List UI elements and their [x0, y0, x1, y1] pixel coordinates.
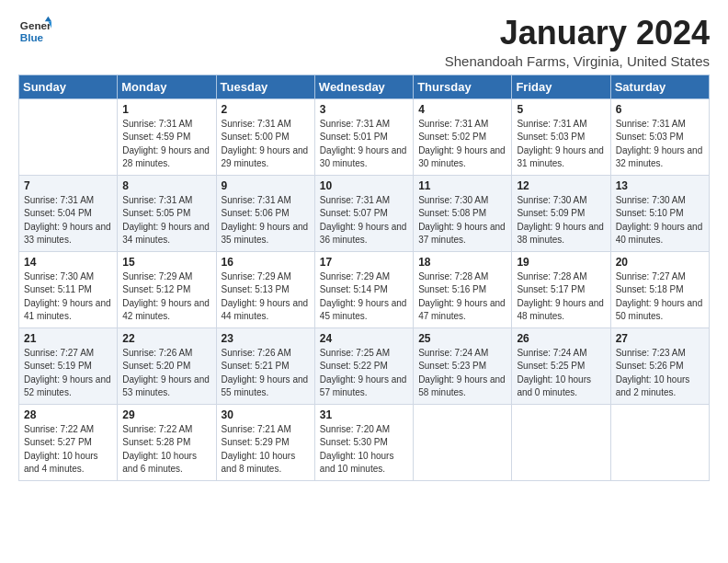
- calendar-cell: 9Sunrise: 7:31 AMSunset: 5:06 PMDaylight…: [216, 175, 314, 251]
- day-info: Sunrise: 7:31 AMSunset: 4:59 PMDaylight:…: [122, 118, 210, 171]
- svg-text:Blue: Blue: [20, 31, 44, 43]
- calendar-cell: 10Sunrise: 7:31 AMSunset: 5:07 PMDayligh…: [314, 175, 413, 251]
- day-info: Sunrise: 7:31 AMSunset: 5:03 PMDaylight:…: [616, 118, 704, 171]
- day-number: 10: [320, 179, 408, 192]
- day-info: Sunrise: 7:28 AMSunset: 5:17 PMDaylight:…: [517, 270, 605, 324]
- day-number: 18: [418, 256, 506, 269]
- day-info: Sunrise: 7:31 AMSunset: 5:03 PMDaylight:…: [517, 118, 605, 171]
- day-number: 25: [418, 332, 506, 345]
- day-info: Sunrise: 7:23 AMSunset: 5:26 PMDaylight:…: [616, 347, 704, 400]
- day-number: 14: [24, 256, 112, 269]
- day-number: 16: [222, 256, 310, 269]
- calendar-cell: 25Sunrise: 7:24 AMSunset: 5:23 PMDayligh…: [414, 327, 512, 404]
- day-info: Sunrise: 7:31 AMSunset: 5:04 PMDaylight:…: [24, 194, 112, 247]
- calendar-cell: 11Sunrise: 7:30 AMSunset: 5:08 PMDayligh…: [414, 175, 512, 251]
- day-number: 22: [122, 332, 210, 345]
- day-number: 27: [616, 332, 704, 345]
- day-info: Sunrise: 7:30 AMSunset: 5:11 PMDaylight:…: [24, 270, 112, 324]
- day-number: 8: [122, 179, 210, 192]
- day-info: Sunrise: 7:29 AMSunset: 5:13 PMDaylight:…: [222, 270, 310, 324]
- day-number: 3: [320, 103, 408, 116]
- day-info: Sunrise: 7:21 AMSunset: 5:29 PMDaylight:…: [222, 423, 310, 477]
- calendar-week-3: 14Sunrise: 7:30 AMSunset: 5:11 PMDayligh…: [19, 251, 710, 327]
- calendar-cell: 30Sunrise: 7:21 AMSunset: 5:29 PMDayligh…: [216, 404, 314, 480]
- month-title: January 2024: [445, 15, 710, 52]
- calendar-cell: 27Sunrise: 7:23 AMSunset: 5:26 PMDayligh…: [610, 327, 709, 404]
- day-info: Sunrise: 7:26 AMSunset: 5:21 PMDaylight:…: [222, 347, 310, 400]
- calendar-cell: 22Sunrise: 7:26 AMSunset: 5:20 PMDayligh…: [118, 327, 216, 404]
- day-info: Sunrise: 7:29 AMSunset: 5:14 PMDaylight:…: [320, 270, 408, 324]
- calendar-cell: 14Sunrise: 7:30 AMSunset: 5:11 PMDayligh…: [19, 251, 118, 327]
- header-friday: Friday: [512, 75, 610, 98]
- header-monday: Monday: [118, 75, 216, 98]
- header-saturday: Saturday: [610, 75, 709, 98]
- day-info: Sunrise: 7:28 AMSunset: 5:16 PMDaylight:…: [418, 270, 506, 324]
- day-number: 9: [222, 179, 310, 192]
- day-info: Sunrise: 7:30 AMSunset: 5:09 PMDaylight:…: [517, 194, 605, 247]
- day-number: 2: [222, 103, 310, 116]
- day-number: 4: [418, 103, 506, 116]
- calendar-cell: 12Sunrise: 7:30 AMSunset: 5:09 PMDayligh…: [512, 175, 610, 251]
- header: General Blue January 2024 Shenandoah Far…: [18, 15, 710, 69]
- day-number: 23: [222, 332, 310, 345]
- calendar-cell: 31Sunrise: 7:20 AMSunset: 5:30 PMDayligh…: [314, 404, 413, 480]
- day-info: Sunrise: 7:31 AMSunset: 5:01 PMDaylight:…: [320, 118, 408, 171]
- day-info: Sunrise: 7:25 AMSunset: 5:22 PMDaylight:…: [320, 347, 408, 400]
- calendar-cell: 2Sunrise: 7:31 AMSunset: 5:00 PMDaylight…: [216, 98, 314, 175]
- calendar-cell: [610, 404, 709, 480]
- calendar-cell: 6Sunrise: 7:31 AMSunset: 5:03 PMDaylight…: [610, 98, 709, 175]
- calendar-cell: 28Sunrise: 7:22 AMSunset: 5:27 PMDayligh…: [19, 404, 118, 480]
- calendar-table: Sunday Monday Tuesday Wednesday Thursday…: [18, 75, 710, 481]
- calendar-cell: 20Sunrise: 7:27 AMSunset: 5:18 PMDayligh…: [610, 251, 709, 327]
- day-number: 13: [616, 179, 704, 192]
- day-number: 21: [24, 332, 112, 345]
- calendar-cell: 7Sunrise: 7:31 AMSunset: 5:04 PMDaylight…: [19, 175, 118, 251]
- header-tuesday: Tuesday: [216, 75, 314, 98]
- day-number: 1: [122, 103, 210, 116]
- calendar-cell: 5Sunrise: 7:31 AMSunset: 5:03 PMDaylight…: [512, 98, 610, 175]
- day-number: 31: [320, 408, 408, 421]
- day-info: Sunrise: 7:31 AMSunset: 5:00 PMDaylight:…: [222, 118, 310, 171]
- day-number: 28: [24, 408, 112, 421]
- calendar-cell: 24Sunrise: 7:25 AMSunset: 5:22 PMDayligh…: [314, 327, 413, 404]
- day-info: Sunrise: 7:27 AMSunset: 5:19 PMDaylight:…: [24, 347, 112, 400]
- calendar-cell: [414, 404, 512, 480]
- calendar-cell: 8Sunrise: 7:31 AMSunset: 5:05 PMDaylight…: [118, 175, 216, 251]
- day-info: Sunrise: 7:26 AMSunset: 5:20 PMDaylight:…: [122, 347, 210, 400]
- day-number: 6: [616, 103, 704, 116]
- calendar-cell: 23Sunrise: 7:26 AMSunset: 5:21 PMDayligh…: [216, 327, 314, 404]
- day-number: 24: [320, 332, 408, 345]
- calendar-cell: 17Sunrise: 7:29 AMSunset: 5:14 PMDayligh…: [314, 251, 413, 327]
- title-block: January 2024 Shenandoah Farms, Virginia,…: [445, 15, 710, 69]
- day-info: Sunrise: 7:22 AMSunset: 5:28 PMDaylight:…: [122, 423, 210, 477]
- day-info: Sunrise: 7:20 AMSunset: 5:30 PMDaylight:…: [320, 423, 408, 477]
- day-number: 29: [122, 408, 210, 421]
- calendar-week-1: 1Sunrise: 7:31 AMSunset: 4:59 PMDaylight…: [19, 98, 710, 175]
- day-info: Sunrise: 7:30 AMSunset: 5:10 PMDaylight:…: [616, 194, 704, 247]
- day-info: Sunrise: 7:24 AMSunset: 5:25 PMDaylight:…: [517, 347, 605, 400]
- calendar-cell: 18Sunrise: 7:28 AMSunset: 5:16 PMDayligh…: [414, 251, 512, 327]
- header-sunday: Sunday: [19, 75, 118, 98]
- logo: General Blue: [18, 15, 51, 48]
- day-info: Sunrise: 7:31 AMSunset: 5:02 PMDaylight:…: [418, 118, 506, 171]
- calendar-cell: 15Sunrise: 7:29 AMSunset: 5:12 PMDayligh…: [118, 251, 216, 327]
- header-thursday: Thursday: [414, 75, 512, 98]
- day-number: 30: [222, 408, 310, 421]
- calendar-cell: 26Sunrise: 7:24 AMSunset: 5:25 PMDayligh…: [512, 327, 610, 404]
- calendar-cell: 13Sunrise: 7:30 AMSunset: 5:10 PMDayligh…: [610, 175, 709, 251]
- calendar-cell: 16Sunrise: 7:29 AMSunset: 5:13 PMDayligh…: [216, 251, 314, 327]
- calendar-week-4: 21Sunrise: 7:27 AMSunset: 5:19 PMDayligh…: [19, 327, 710, 404]
- calendar-cell: [512, 404, 610, 480]
- calendar-cell: 21Sunrise: 7:27 AMSunset: 5:19 PMDayligh…: [19, 327, 118, 404]
- day-number: 15: [122, 256, 210, 269]
- header-wednesday: Wednesday: [314, 75, 413, 98]
- day-number: 7: [24, 179, 112, 192]
- weekday-header-row: Sunday Monday Tuesday Wednesday Thursday…: [19, 75, 710, 98]
- calendar-cell: 29Sunrise: 7:22 AMSunset: 5:28 PMDayligh…: [118, 404, 216, 480]
- calendar-cell: 4Sunrise: 7:31 AMSunset: 5:02 PMDaylight…: [414, 98, 512, 175]
- day-info: Sunrise: 7:27 AMSunset: 5:18 PMDaylight:…: [616, 270, 704, 324]
- day-number: 26: [517, 332, 605, 345]
- calendar-week-2: 7Sunrise: 7:31 AMSunset: 5:04 PMDaylight…: [19, 175, 710, 251]
- calendar-cell: 3Sunrise: 7:31 AMSunset: 5:01 PMDaylight…: [314, 98, 413, 175]
- day-number: 11: [418, 179, 506, 192]
